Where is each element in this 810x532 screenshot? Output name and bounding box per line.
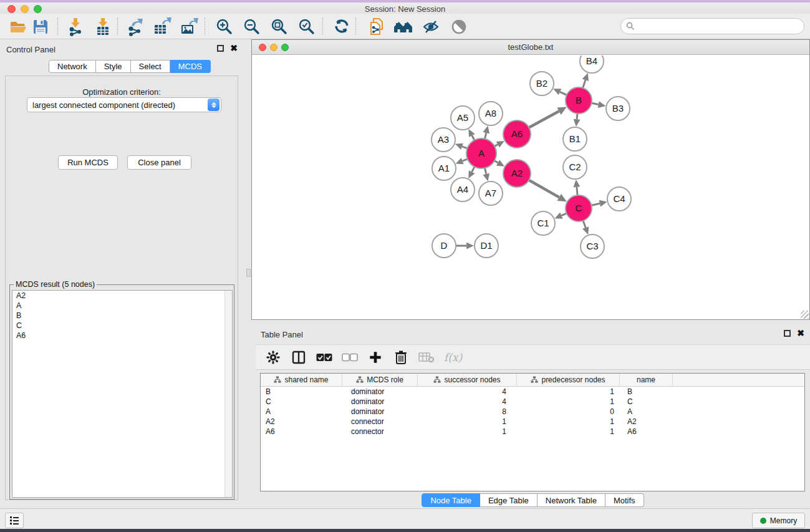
create-column-button[interactable] [367,349,383,365]
zoom-fit-button[interactable] [269,17,290,36]
column-header-predecessor-nodes[interactable]: predecessor nodes [517,374,620,386]
edge-C-C2[interactable] [577,187,577,195]
select-all-button[interactable] [316,349,332,365]
result-item[interactable]: A [12,301,232,311]
save-session-icon [32,19,49,35]
show-commands-button[interactable] [5,513,24,528]
node-label-A7: A7 [485,188,496,198]
edge-C-C4[interactable] [591,203,599,205]
table-row[interactable]: Cdominator41C [261,397,804,407]
run-mcds-button[interactable]: Run MCDS [58,155,118,170]
edge-A-A8[interactable] [485,133,486,139]
memory-button[interactable]: Memory [752,513,805,528]
export-image-button[interactable] [178,17,200,36]
application-window: Session: New Session [0,0,810,532]
refresh-button[interactable] [331,17,352,36]
show-columns-button[interactable] [291,349,307,365]
cell: 4 [418,387,517,397]
table-row[interactable]: A6connector11A6 [261,427,804,437]
optimization-label: Optimization criterion: [6,87,238,97]
cell: 0 [517,407,620,417]
optimization-dropdown[interactable]: largest connected component (directed) [27,97,221,112]
search-field[interactable] [620,18,804,34]
edge-A-A7[interactable] [485,168,486,174]
edge-B-B1[interactable] [577,114,577,119]
graphics-details-button[interactable] [420,17,441,36]
toolbar-separator [322,17,323,35]
tab-style[interactable]: Style [96,60,131,73]
close-panel-button[interactable]: Close panel [127,155,191,170]
table-row[interactable]: Bdominator41B [261,387,804,397]
edge-A-A3[interactable] [462,147,467,148]
scrollbar-track[interactable] [224,291,232,497]
result-item[interactable]: C [12,321,232,331]
tab-edge-table[interactable]: Edge Table [480,493,538,507]
node-label-A1: A1 [438,163,450,173]
cell: 1 [517,417,620,427]
edge-A2-C[interactable] [529,180,559,198]
close-panel-icon[interactable]: ✖ [797,330,804,337]
edge-B-B4[interactable] [583,80,586,88]
result-item[interactable]: B [12,311,232,321]
table-panel: Table Panel ✖ [256,324,810,508]
edge-C-C1[interactable] [561,213,566,215]
import-network-button[interactable] [65,17,87,36]
network-graph[interactable]: B4B2BB3A8A5A6A3B1AA1C2A2A4A7C4CC1C3DD1 [252,56,809,319]
home-button[interactable] [393,17,414,36]
mcds-result-list[interactable]: A2ABCA6 [12,290,233,498]
tab-network-table[interactable]: Network Table [538,493,605,507]
result-item[interactable]: A2 [12,291,232,301]
float-panel-icon[interactable] [217,45,224,52]
export-table-button[interactable] [152,17,173,36]
tab-motifs[interactable]: Motifs [605,493,644,507]
column-header-successor-nodes[interactable]: successor nodes [418,374,517,386]
result-item[interactable]: A6 [12,331,232,341]
network-canvas[interactable]: B4B2BB3A8A5A6A3B1AA1C2A2A4A7C4CC1C3DD1 [252,56,809,319]
tab-select[interactable]: Select [131,60,170,73]
save-session-button[interactable] [30,17,51,36]
column-header-MCDS-role[interactable]: MCDS role [342,374,418,386]
deselect-all-button[interactable] [342,349,358,365]
table-row[interactable]: A2connector11A2 [261,417,804,427]
node-label-A4: A4 [457,184,468,195]
table-tabs: Node TableEdge TableNetwork TableMotifs [256,493,810,507]
edge-A-A1[interactable] [463,159,468,161]
node-label-B4: B4 [586,56,597,66]
edge-A-A5[interactable] [472,135,475,140]
mcds-result-title: MCDS result (5 nodes) [14,280,97,289]
edge-arrow-icon [483,125,489,133]
edge-C-C3[interactable] [583,221,586,228]
float-panel-icon[interactable] [784,330,791,337]
tab-mcds[interactable]: MCDS [170,60,211,73]
edge-arrow-icon [573,180,580,187]
export-network-button[interactable] [125,17,146,36]
table-row[interactable]: Adominator80A [261,407,804,417]
attribute-type-icon [433,376,441,384]
delete-column-button[interactable] [393,349,409,365]
import-table-button[interactable] [92,17,113,36]
open-session-button[interactable] [8,17,29,36]
zoom-in-button[interactable] [214,17,235,36]
edge-B-B2[interactable] [560,92,567,95]
tab-network[interactable]: Network [49,60,96,73]
birdseye-button[interactable] [448,17,470,36]
edge-B-B3[interactable] [592,103,599,104]
edge-A-A4[interactable] [472,167,475,172]
column-header-name[interactable]: name [620,374,673,386]
resize-grip-icon[interactable] [801,311,809,319]
tab-node-table[interactable]: Node Table [422,493,480,507]
node-label-B1: B1 [569,133,581,144]
column-header-shared-name[interactable]: shared name [261,374,342,386]
zoom-out-button[interactable] [241,17,263,36]
session-title: Session: New Session [0,4,810,14]
clone-network-button[interactable] [366,17,387,36]
table-options-button[interactable] [265,349,281,365]
attribute-type-icon [274,376,281,384]
node-table[interactable]: shared nameMCDS rolesuccessor nodesprede… [260,373,805,491]
zoom-selected-button[interactable] [296,17,317,36]
edge-A6-B[interactable] [529,111,559,127]
edge-arrow-icon [483,173,489,181]
close-panel-icon[interactable]: ✖ [230,45,238,52]
search-input[interactable] [638,20,804,32]
split-pane-handle[interactable] [246,269,251,277]
